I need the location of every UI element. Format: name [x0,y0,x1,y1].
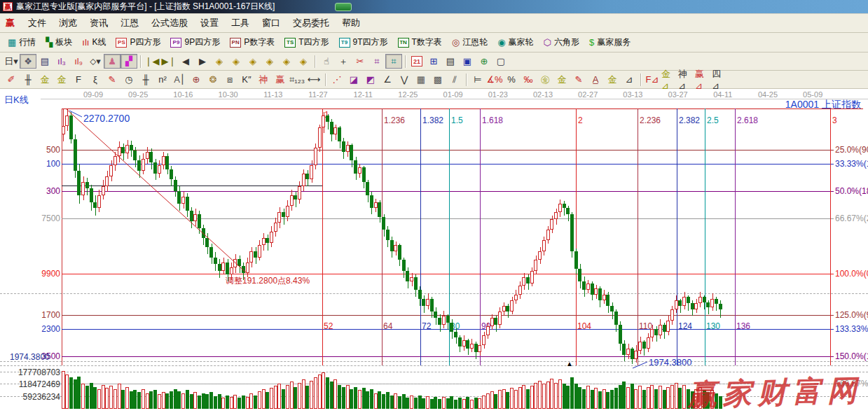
kline-button[interactable]: ılıK线 [77,34,111,50]
pattern-mode-button[interactable]: ❖ [20,54,36,69]
p-table-button[interactable]: PNP数字表 [225,34,280,50]
gold-circle-tool[interactable]: ㊎ [537,72,553,87]
p-square-button[interactable]: PSP四方形 [111,34,165,50]
menu-item-4[interactable]: 公式选股 [145,15,194,31]
slash-lines-tool[interactable]: ⫽ [446,72,463,87]
first-page-button[interactable]: ❘◀ [144,54,160,69]
menu-item-9[interactable]: 帮助 [336,15,366,31]
9p-square-button[interactable]: P99P四方形 [165,34,225,50]
compress-v-button[interactable]: ◈ [278,54,295,69]
hexagon-button[interactable]: ⬡六角形 [539,34,584,50]
grid-dark-tool[interactable]: ▦ [413,72,429,87]
fan-red-tool[interactable]: ⋰ [329,72,345,87]
menu-item-0[interactable]: 文件 [22,15,53,31]
expand-h-button[interactable]: ◈ [244,54,261,69]
crosshair-button[interactable]: ＋ [335,54,352,69]
trend-pen-tool[interactable]: ✎ [570,72,587,87]
permille-tool[interactable]: ‰ [520,72,537,87]
export-button[interactable]: ⊕ [476,54,492,69]
t-square-button[interactable]: TST四方形 [280,34,333,50]
net-purple-button[interactable]: ⌗ [368,54,385,69]
gann-lines-tool[interactable]: ╫ [20,72,36,87]
gold-level-tool[interactable]: 金 [553,72,570,87]
menu-item-2[interactable]: 资讯 [83,15,114,31]
t-table-button[interactable]: TNT数字表 [393,34,447,50]
gold-grid-tool[interactable]: 金 [36,72,53,87]
zoom-out-left-button[interactable]: ◈ [211,54,228,69]
title-green-indicator[interactable] [335,3,352,11]
spiral-tool[interactable]: ξ [87,72,104,87]
figure-button[interactable]: ♟ [104,54,120,69]
angle-f-tool[interactable]: ⊿ [621,72,638,87]
bars3-button[interactable]: ıl₃ [53,54,70,69]
angle-lines-tool[interactable]: ∠ [379,72,396,87]
n2-tool[interactable]: n² [154,72,171,87]
quotes-button[interactable]: ▦行情 [3,34,41,50]
gann-lines-icon: ╫ [25,74,31,85]
angle-tool[interactable]: A⎮ [171,72,188,87]
bars9-button[interactable]: ıl₉ [70,54,87,69]
winner-service-button[interactable]: $赢家服务 [584,34,635,50]
scale-tool[interactable]: ⊨ [469,72,486,87]
save-button[interactable]: ▣ [459,54,476,69]
ruler-tool[interactable]: ⌗₁₂₃ [289,72,305,87]
gann-level-label: 150.0%(180) [835,351,868,361]
f-grid-tool[interactable]: F [70,72,87,87]
menu-item-5[interactable]: 设置 [194,15,225,31]
info-panel-button[interactable]: ▤ [36,54,53,69]
zoom-in-right-button[interactable]: ◈ [228,54,244,69]
candle [286,206,289,217]
sectors-button[interactable]: ▚板块 [41,34,77,50]
percent-tool[interactable]: % [503,72,520,87]
gold-angle-tool[interactable]: 金⊿ [661,72,677,87]
f-angle-tool[interactable]: F⊿ [644,72,661,87]
a-percent-tool[interactable]: A̲ [587,72,604,87]
print-button[interactable]: ▢ [492,54,509,69]
gold-level2-tool[interactable]: 金 [604,72,621,87]
next-button[interactable]: ▶ [194,54,211,69]
clock-tool[interactable]: ◷ [120,72,137,87]
span-tool[interactable]: ⟷ [305,72,322,87]
volume-bar [205,394,209,409]
color-chart-button[interactable]: ▞ [120,54,137,69]
fan-box2-tool[interactable]: ◩ [362,72,379,87]
calculator-button[interactable]: ⊞ [425,54,442,69]
ying-angle-tool[interactable]: 赢⊿ [694,72,711,87]
fan-box-tool[interactable]: ◪ [345,72,362,87]
winner-wheel-button[interactable]: ◉赢家轮 [492,34,538,50]
star-circle-tool[interactable]: ❂ [205,72,221,87]
cut-button[interactable]: ✂ [352,54,368,69]
grid-dark2-tool[interactable]: ▩ [429,72,446,87]
notepad-button[interactable]: ▤ [442,54,459,69]
prev-button[interactable]: ◀ [177,54,194,69]
candle-style-dropdown[interactable]: ⬦▾ [87,54,104,69]
ying-tool[interactable]: 赢 [272,72,289,87]
v-lines-tool[interactable]: ⋁ [396,72,413,87]
brush-tool[interactable]: ✐ [3,72,20,87]
brush2-tool[interactable]: ✎ [104,72,120,87]
k-mark-tool[interactable]: K″ [238,72,255,87]
menu-item-7[interactable]: 窗口 [256,15,287,31]
chart-canvas[interactable]: 日K线 1A0001 上证指数 09-0909-2510-1610-3011-1… [0,89,868,412]
last-page-button[interactable]: ▶❘ [160,54,177,69]
expand-all-button[interactable]: ◈ [295,54,312,69]
menu-item-6[interactable]: 工具 [225,15,256,31]
shen-tool[interactable]: 神 [255,72,272,87]
hand-button[interactable]: ☝ [318,54,335,69]
shen-angle-tool[interactable]: 神⊿ [677,72,694,87]
menu-item-8[interactable]: 交易委托 [287,15,336,31]
square-circle-tool[interactable]: ⧈ [221,72,238,87]
menu-item-3[interactable]: 江恩 [114,15,145,31]
9t-square-button[interactable]: T99T四方形 [334,34,393,50]
gold-grid2-tool[interactable]: 金 [53,72,70,87]
calendar-button[interactable]: 21 [408,54,425,69]
compress-h-button[interactable]: ◈ [261,54,278,69]
net-teal-button[interactable]: ⌗ [385,54,402,69]
gann-wheel-button[interactable]: ◎江恩轮 [447,34,492,50]
gann-fan-circle-tool[interactable]: ⊕ [188,72,205,87]
gann-lines2-tool[interactable]: ╫ [137,72,154,87]
kline-period-dropdown[interactable]: 日▾ [3,54,20,69]
four-angle-tool[interactable]: 四⊿ [711,72,728,87]
menu-item-1[interactable]: 浏览 [53,15,83,31]
percent-angle-tool[interactable]: ∡% [486,72,503,87]
